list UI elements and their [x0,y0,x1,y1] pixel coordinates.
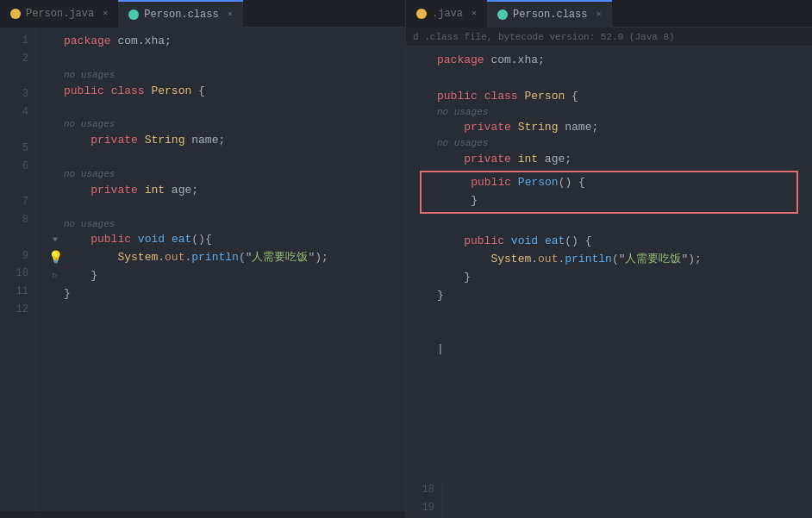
line-text: package com.xha; [437,52,812,70]
constructor-block: public Person() { } [420,171,812,214]
line-text: | [437,340,812,359]
line-text: System.out.println("人需要吃饭"); [437,251,812,269]
code-line: } [420,287,812,305]
class-icon-right [497,9,508,20]
gutter: ▼ [47,234,64,247]
left-line-numbers: 1 2 3 4 5 6 7 8 9 10 11 12 [0,28,36,511]
constructor-highlight: public Person() { } [420,171,798,214]
code-line: System.out.println("人需要吃饭"); [420,251,812,269]
code-line: public void eat() { [420,233,812,251]
gutter: ▷ [47,269,64,283]
line-text: } [437,287,812,305]
line-text [64,200,405,218]
code-line: public class Person { [47,83,405,101]
line-text: } [444,192,791,210]
line-text: public Person() { [444,174,791,192]
line-text [64,51,405,69]
tab-java-right-label: .java [432,8,463,20]
right-code-area: package com.xha; public class Person { n… [406,47,812,518]
code-line [420,305,812,323]
line-text: public class Person { [437,88,812,106]
gutter: 💡 [47,248,64,267]
code-line: } [420,269,812,287]
line-text [64,100,405,118]
tab-java-right[interactable]: .java ✕ [406,0,487,28]
fold-icon[interactable]: ▼ [53,234,58,247]
left-panel-tabs: Person.java ✕ Person.class ✕ [0,0,405,28]
left-scrollbar[interactable] [0,511,405,518]
hint-line: no usages [47,118,405,132]
tab-person-class-left-label: Person.class [144,9,218,21]
code-line [420,322,812,340]
left-code-content[interactable]: package com.xha; no usages public class … [36,28,405,511]
code-line: 💡 System.out.println("人需要吃饭"); [47,249,405,267]
code-line: } [427,192,791,210]
tab-person-java-close[interactable]: ✕ [103,9,108,18]
line-text: private String name; [437,119,812,137]
tab-person-class-right-label: Person.class [513,9,587,21]
line-text: private String name; [64,132,405,150]
code-line: } [47,285,405,303]
code-line: private String name; [47,132,405,150]
panels: Person.java ✕ Person.class ✕ 1 2 3 4 [0,0,812,518]
hint-line: no usages [47,168,405,182]
right-panel-tabs: .java ✕ Person.class ✕ [406,0,812,28]
line-text: private int age; [437,151,812,169]
tab-person-java-label: Person.java [26,8,94,20]
tab-person-java[interactable]: Person.java ✕ [0,0,118,28]
line-text: public void eat(){ [64,231,405,249]
java-icon [10,9,21,19]
code-line: package com.xha; [420,52,812,70]
info-bar-text: d .class file, bytecode version: 52.0 (J… [413,32,675,42]
code-line: public Person() { [427,174,791,192]
code-line: | [420,340,812,359]
line-text [64,150,405,168]
cursor: | [437,342,444,355]
fold-end-icon: ▷ [53,269,58,283]
tab-person-class-right-close[interactable]: ✕ [596,10,601,19]
code-line [420,215,812,234]
bulb-icon[interactable]: 💡 [48,248,63,267]
code-line [47,200,405,218]
right-code-content[interactable]: package com.xha; public class Person { n… [406,47,812,518]
code-line [47,150,405,168]
tab-person-class-right[interactable]: Person.class ✕ [487,0,611,28]
code-line: ▷ } [47,267,405,285]
hint-line: no usages [47,217,405,231]
code-line [47,51,405,69]
info-bar: d .class file, bytecode version: 52.0 (J… [406,28,812,47]
left-panel: Person.java ✕ Person.class ✕ 1 2 3 4 [0,0,406,518]
hint-line: no usages [47,69,405,83]
line-text: } [64,267,405,285]
editor-container: Person.java ✕ Person.class ✕ 1 2 3 4 [0,0,812,518]
line-text: package com.xha; [64,33,405,51]
tab-person-class-left[interactable]: Person.class ✕ [118,0,242,28]
code-line: private String name; [420,119,812,137]
code-line: private int age; [420,151,812,169]
code-line [47,100,405,118]
code-line: public class Person { [420,88,812,106]
code-line: ▼ public void eat(){ [47,231,405,249]
class-icon-left [128,9,139,20]
line-text: System.out.println("人需要吃饭"); [64,249,405,267]
code-line: private int age; [47,182,405,200]
tab-person-class-left-close[interactable]: ✕ [228,10,233,19]
left-code-area: 1 2 3 4 5 6 7 8 9 10 11 12 [0,28,405,511]
code-line: package com.xha; [47,33,405,51]
java-icon-right [416,9,427,19]
line-text: public void eat() { [437,233,812,251]
line-text: } [64,285,405,303]
hint-line: no usages [420,105,812,119]
code-line [420,70,812,88]
line-text [437,322,812,340]
tab-java-right-close[interactable]: ✕ [472,9,477,18]
hint-line: no usages [420,137,812,151]
line-text: } [437,269,812,287]
right-panel: .java ✕ Person.class ✕ d .class file, by… [406,0,812,518]
line-text: private int age; [64,182,405,200]
line-text: public class Person { [64,83,405,101]
